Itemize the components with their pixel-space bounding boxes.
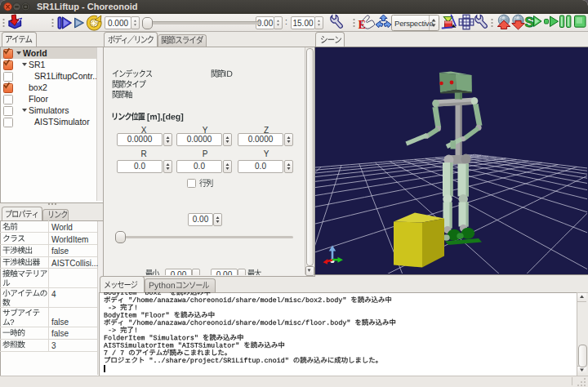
svg-text:E: E bbox=[359, 19, 366, 31]
svg-text:S: S bbox=[525, 15, 534, 30]
